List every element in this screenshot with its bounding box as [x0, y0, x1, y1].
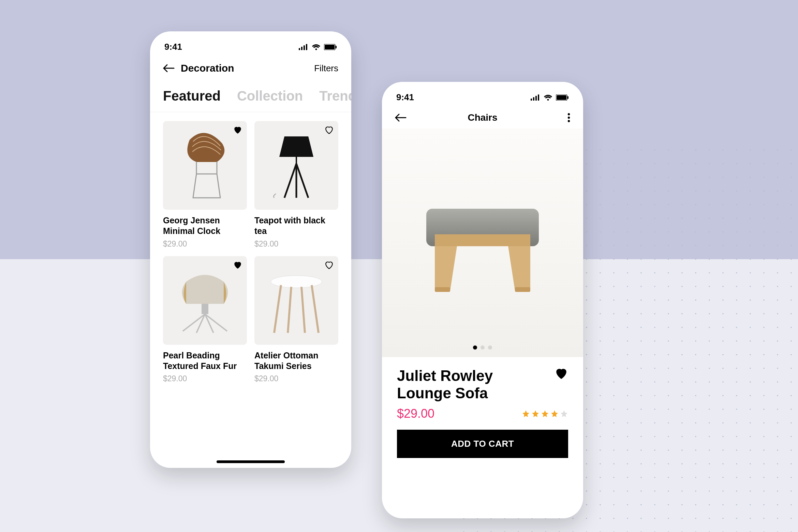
- star-outline-icon: [560, 410, 568, 418]
- image-pager: [473, 345, 492, 350]
- lamp-illustration: [271, 130, 322, 201]
- cellular-icon: [299, 44, 308, 50]
- arrow-left-icon: [163, 64, 175, 72]
- svg-rect-27: [567, 96, 568, 99]
- product-card[interactable]: Atelier Ottoman Takumi Series $29.00: [254, 256, 338, 384]
- product-title: Juliet Rowley Lounge Sofa: [397, 367, 533, 402]
- product-detail: Juliet Rowley Lounge Sofa $29.00 ADD TO …: [382, 357, 583, 458]
- pager-dot[interactable]: [481, 345, 485, 350]
- page-title: Chairs: [468, 112, 497, 123]
- favorite-button[interactable]: [325, 126, 334, 134]
- product-thumb: [254, 121, 338, 210]
- svg-line-9: [296, 164, 308, 198]
- star-icon: [550, 410, 559, 418]
- status-icons: [299, 44, 337, 50]
- battery-icon: [556, 94, 569, 101]
- favorite-button[interactable]: [233, 261, 242, 269]
- svg-rect-11: [202, 304, 208, 314]
- tab-trending[interactable]: Trending: [319, 88, 351, 104]
- product-title: Georg Jensen Minimal Clock: [163, 215, 247, 237]
- product-card[interactable]: Teapot with black tea $29.00: [254, 121, 338, 249]
- status-time: 9:41: [396, 92, 414, 103]
- filters-button[interactable]: Filters: [314, 63, 338, 74]
- tabs: Featured Collection Trending: [150, 80, 351, 112]
- svg-rect-33: [435, 287, 450, 292]
- wifi-icon: [544, 94, 552, 101]
- heart-icon: [233, 261, 242, 269]
- svg-rect-23: [535, 96, 537, 101]
- svg-line-20: [301, 287, 305, 333]
- svg-point-16: [271, 276, 322, 288]
- favorite-button[interactable]: [325, 261, 334, 269]
- star-icon: [522, 410, 530, 418]
- pager-dot[interactable]: [488, 345, 492, 350]
- more-vertical-icon: [567, 113, 570, 122]
- table-illustration: [264, 265, 329, 336]
- svg-rect-6: [336, 46, 337, 48]
- product-thumb: [163, 256, 247, 345]
- tab-collection[interactable]: Collection: [237, 88, 303, 104]
- more-button[interactable]: [567, 113, 570, 122]
- svg-rect-5: [325, 45, 335, 49]
- product-price: $29.00: [163, 239, 247, 249]
- heart-outline-icon: [325, 126, 334, 134]
- battery-icon: [324, 44, 337, 50]
- heart-icon: [555, 367, 568, 380]
- svg-rect-24: [538, 94, 539, 101]
- svg-point-29: [568, 117, 570, 119]
- svg-rect-26: [557, 95, 566, 100]
- svg-line-17: [274, 285, 281, 333]
- product-card[interactable]: Georg Jensen Minimal Clock $29.00: [163, 121, 247, 249]
- product-price: $29.00: [397, 407, 434, 421]
- product-title: Teapot with black tea: [254, 215, 338, 237]
- heart-icon: [233, 126, 242, 134]
- status-time: 9:41: [164, 42, 182, 52]
- product-price: $29.00: [163, 374, 247, 383]
- status-icons: [531, 94, 569, 101]
- svg-rect-22: [533, 97, 534, 101]
- product-grid: Georg Jensen Minimal Clock $29.00 Teapot…: [150, 112, 351, 390]
- tab-featured[interactable]: Featured: [163, 88, 221, 104]
- chair-illustration: [173, 130, 237, 201]
- product-thumb: [163, 121, 247, 210]
- svg-rect-3: [306, 44, 307, 50]
- svg-line-8: [284, 164, 296, 198]
- svg-point-30: [568, 120, 570, 122]
- product-thumb: [254, 256, 338, 345]
- svg-line-18: [312, 285, 319, 333]
- star-icon: [541, 410, 549, 418]
- pager-dot[interactable]: [473, 345, 477, 350]
- nav-bar: Chairs: [382, 106, 583, 129]
- product-title: Pearl Beading Textured Faux Fur: [163, 350, 247, 372]
- add-to-cart-button[interactable]: ADD TO CART: [397, 430, 568, 458]
- armchair-illustration: [169, 265, 241, 336]
- product-price: $29.00: [254, 239, 338, 249]
- status-bar: 9:41: [382, 82, 583, 106]
- favorite-button[interactable]: [233, 126, 242, 134]
- back-button[interactable]: [163, 64, 175, 72]
- svg-rect-21: [531, 99, 532, 101]
- svg-rect-34: [515, 287, 530, 292]
- page-title: Decoration: [181, 62, 234, 74]
- rating-stars: [522, 410, 568, 418]
- star-icon: [531, 410, 540, 418]
- status-bar: 9:41: [150, 31, 351, 56]
- heart-outline-icon: [325, 261, 334, 269]
- wifi-icon: [312, 44, 321, 50]
- ottoman-illustration: [402, 178, 563, 308]
- phone-listing: 9:41 Decoration Filters Featured Collect…: [150, 31, 351, 468]
- svg-line-19: [288, 287, 291, 333]
- svg-point-28: [568, 113, 570, 115]
- phone-detail: 9:41 Chairs: [382, 82, 583, 518]
- svg-rect-0: [299, 48, 300, 50]
- product-price: $29.00: [254, 374, 338, 383]
- product-title: Atelier Ottoman Takumi Series: [254, 350, 338, 372]
- home-indicator[interactable]: [217, 460, 285, 463]
- back-button[interactable]: [395, 114, 407, 122]
- nav-bar: Decoration Filters: [150, 56, 351, 80]
- arrow-left-icon: [395, 114, 407, 122]
- product-hero[interactable]: [382, 129, 583, 357]
- favorite-button[interactable]: [555, 367, 568, 380]
- svg-rect-2: [304, 45, 305, 50]
- product-card[interactable]: Pearl Beading Textured Faux Fur $29.00: [163, 256, 247, 384]
